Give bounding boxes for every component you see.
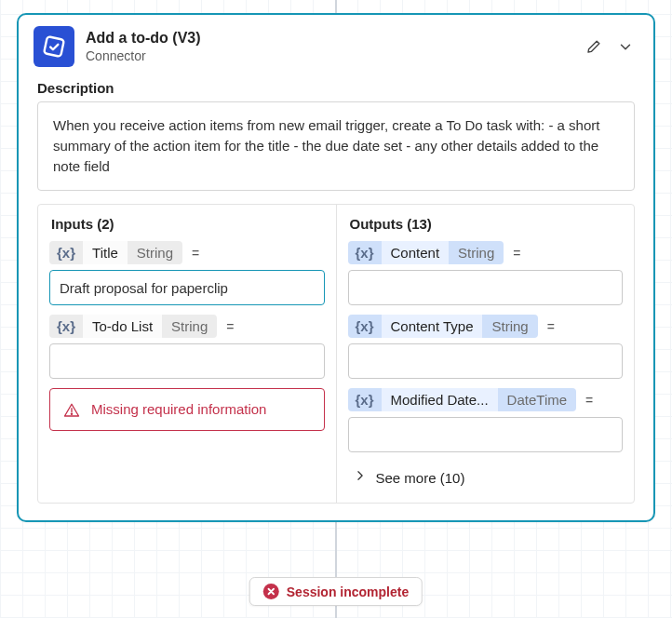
see-more-label: See more (10) xyxy=(376,470,465,486)
input-value-todolist[interactable] xyxy=(49,343,325,379)
todo-app-icon xyxy=(34,26,74,67)
error-missing-required: Missing required information xyxy=(49,388,325,431)
fx-icon: {x} xyxy=(348,388,382,411)
chevron-down-icon[interactable] xyxy=(616,37,635,56)
param-type: DateTime xyxy=(498,388,576,411)
outputs-column: Outputs (13) {x} Content String = {x} xyxy=(336,205,635,503)
fx-icon: {x} xyxy=(348,315,382,338)
param-type: String xyxy=(449,241,504,264)
output-chip-contenttype[interactable]: {x} Content Type String xyxy=(348,315,538,338)
input-value-title[interactable]: Draft proposal for paperclip xyxy=(49,270,325,305)
output-param: {x} Modified Date... DateTime = xyxy=(348,388,624,452)
param-name: Content Type xyxy=(382,315,483,338)
session-status-text: Session incomplete xyxy=(287,584,409,599)
output-value-contenttype[interactable] xyxy=(348,343,624,379)
input-param: {x} To-do List String = xyxy=(49,315,325,379)
see-more-button[interactable]: See more (10) xyxy=(348,462,624,488)
param-type: String xyxy=(128,241,182,264)
fx-icon: {x} xyxy=(49,315,83,338)
param-name: Content xyxy=(382,241,450,264)
input-chip-todolist[interactable]: {x} To-do List String xyxy=(49,315,217,338)
edit-icon[interactable] xyxy=(585,37,603,56)
outputs-heading: Outputs (13) xyxy=(350,216,624,232)
output-param: {x} Content Type String = xyxy=(348,315,624,379)
param-name: To-do List xyxy=(83,315,162,338)
param-type: String xyxy=(482,315,537,338)
output-chip-modifieddate[interactable]: {x} Modified Date... DateTime xyxy=(348,388,577,411)
card-title: Add a to-do (V3) xyxy=(86,29,573,47)
output-value-content[interactable] xyxy=(348,270,624,305)
action-card: Add a to-do (V3) Connector Description W… xyxy=(17,13,655,522)
equals-sign: = xyxy=(545,319,555,334)
error-text: Missing required information xyxy=(91,400,266,419)
chevron-right-icon xyxy=(354,469,367,486)
param-name: Modified Date... xyxy=(382,388,498,411)
description-text: When you receive action items from new e… xyxy=(37,101,635,191)
card-title-block: Add a to-do (V3) Connector xyxy=(86,29,573,64)
io-container: Inputs (2) {x} Title String = Draft prop… xyxy=(37,204,635,504)
output-chip-content[interactable]: {x} Content String xyxy=(348,241,504,264)
equals-sign: = xyxy=(190,246,199,261)
card-subtitle: Connector xyxy=(86,47,573,64)
svg-point-2 xyxy=(71,413,72,414)
param-type: String xyxy=(162,315,217,338)
equals-sign: = xyxy=(224,319,234,334)
warning-icon xyxy=(63,402,80,419)
fx-icon: {x} xyxy=(49,241,83,264)
card-header: Add a to-do (V3) Connector xyxy=(19,15,653,74)
description-label: Description xyxy=(19,74,653,101)
inputs-heading: Inputs (2) xyxy=(51,216,325,232)
svg-rect-0 xyxy=(44,36,64,57)
output-value-modifieddate[interactable] xyxy=(348,417,624,452)
equals-sign: = xyxy=(584,393,593,408)
param-name: Title xyxy=(83,241,128,264)
session-status-pill[interactable]: Session incomplete xyxy=(249,577,423,606)
equals-sign: = xyxy=(511,246,520,261)
input-chip-title[interactable]: {x} Title String xyxy=(49,241,182,264)
output-param: {x} Content String = xyxy=(348,241,624,305)
input-param: {x} Title String = Draft proposal for pa… xyxy=(49,241,325,305)
error-dot-icon xyxy=(263,584,279,599)
inputs-column: Inputs (2) {x} Title String = Draft prop… xyxy=(38,205,336,503)
fx-icon: {x} xyxy=(348,241,382,264)
